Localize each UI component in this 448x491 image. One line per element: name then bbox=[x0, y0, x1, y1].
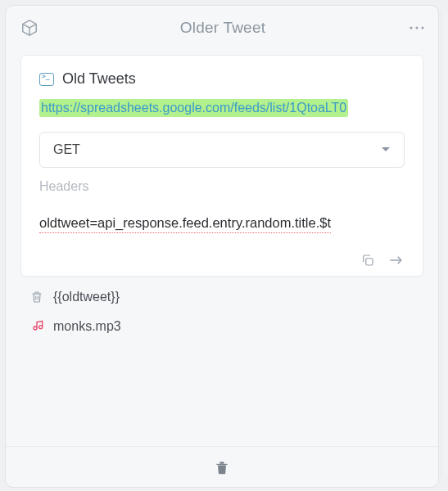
terminal-icon bbox=[39, 73, 54, 86]
delete-button[interactable] bbox=[214, 458, 230, 476]
audio-label: monks.mp3 bbox=[53, 319, 121, 334]
expression-input[interactable]: oldtweet=api_response.feed.entry.random.… bbox=[39, 215, 331, 233]
adjacent-panel-edge bbox=[441, 11, 448, 478]
svg-rect-3 bbox=[366, 259, 373, 265]
http-method-value: GET bbox=[53, 142, 80, 157]
card-title: Old Tweets bbox=[62, 70, 136, 88]
run-arrow-button[interactable] bbox=[388, 253, 405, 268]
method-select-row: GET bbox=[39, 132, 405, 168]
svg-point-1 bbox=[415, 26, 418, 29]
headers-field[interactable]: Headers bbox=[39, 179, 405, 194]
chevron-down-icon bbox=[381, 146, 391, 153]
panel-body: Old Tweets https://spreadsheets.google.c… bbox=[6, 50, 438, 446]
audio-item[interactable]: monks.mp3 bbox=[20, 318, 423, 336]
variable-label: {{oldtweet}} bbox=[53, 290, 120, 304]
trash-icon bbox=[30, 290, 43, 304]
variable-item[interactable]: {{oldtweet}} bbox=[20, 288, 423, 306]
svg-point-2 bbox=[421, 26, 423, 29]
url-value: https://spreadsheets.google.com/feeds/li… bbox=[39, 99, 348, 117]
card-actions bbox=[39, 253, 405, 268]
url-field[interactable]: https://spreadsheets.google.com/feeds/li… bbox=[39, 99, 405, 120]
duplicate-button[interactable] bbox=[360, 253, 375, 268]
panel-title: Older Tweet bbox=[43, 19, 402, 37]
music-note-icon bbox=[30, 319, 43, 334]
http-request-card: Old Tweets https://spreadsheets.google.c… bbox=[20, 55, 423, 277]
svg-point-0 bbox=[410, 26, 412, 29]
cube-icon bbox=[20, 19, 43, 37]
card-title-row: Old Tweets bbox=[39, 70, 405, 88]
panel-footer bbox=[6, 446, 438, 487]
more-menu-button[interactable] bbox=[402, 25, 425, 30]
workflow-panel: Older Tweet Old Tweets https://spreadshe… bbox=[5, 5, 439, 488]
panel-header: Older Tweet bbox=[6, 6, 438, 50]
http-method-select[interactable]: GET bbox=[39, 132, 405, 168]
